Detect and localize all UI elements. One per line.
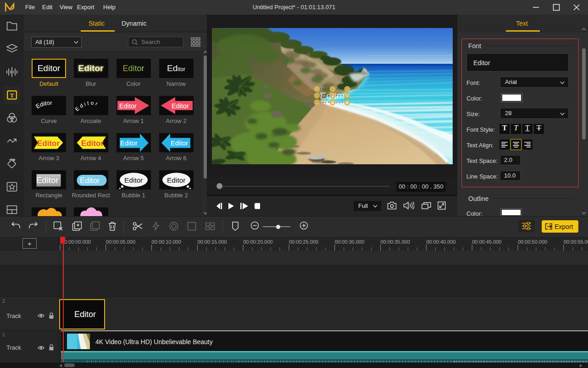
svg-text:Editor: Editor: [120, 139, 138, 147]
svg-text:Editor: Editor: [36, 175, 58, 185]
svg-text:Editor: Editor: [74, 100, 100, 112]
svg-text:Editor: Editor: [167, 176, 186, 184]
svg-text:Editor: Editor: [172, 102, 189, 110]
svg-text:Editor: Editor: [34, 99, 52, 110]
svg-text:Editor: Editor: [80, 176, 100, 184]
svg-text:Editor: Editor: [81, 139, 104, 148]
svg-text:Editor: Editor: [119, 102, 137, 110]
svg-text:Editor: Editor: [171, 139, 188, 147]
svg-text:T: T: [10, 92, 14, 99]
svg-text:Editor: Editor: [124, 176, 143, 184]
svg-text:Editor: Editor: [37, 139, 60, 148]
